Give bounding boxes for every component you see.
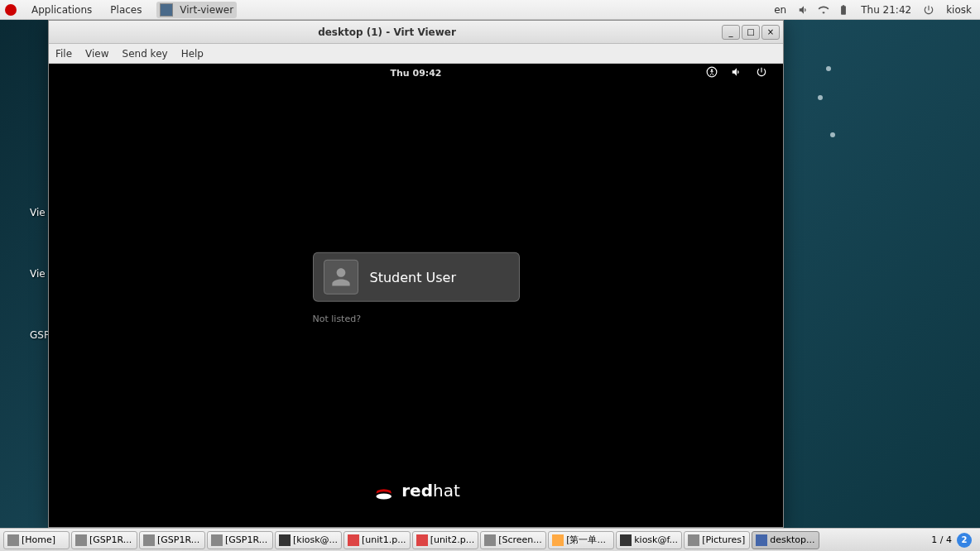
- wifi-icon[interactable]: [818, 4, 829, 16]
- guest-clock[interactable]: Thu 09:42: [390, 68, 441, 79]
- svg-point-1: [711, 69, 713, 71]
- places-menu[interactable]: Places: [107, 2, 145, 17]
- distro-logo-icon: [5, 4, 17, 16]
- keyboard-layout-indicator[interactable]: en: [771, 2, 790, 17]
- menu-sendkey[interactable]: Send key: [122, 48, 168, 60]
- app-icon: [160, 3, 173, 17]
- pdf-icon: [348, 534, 359, 546]
- terminal-icon: [279, 534, 291, 546]
- guest-power-icon[interactable]: [755, 65, 768, 79]
- desktop-icon-label[interactable]: Vie: [0, 268, 50, 280]
- applications-menu[interactable]: Applications: [28, 2, 95, 17]
- task-button[interactable]: [第一单...: [548, 531, 614, 549]
- close-button[interactable]: ×: [761, 25, 780, 40]
- task-button[interactable]: [GSP1R...: [207, 531, 273, 549]
- desktop-icon-label[interactable]: GSP: [0, 329, 50, 341]
- guest-top-bar: Thu 09:42: [49, 64, 783, 82]
- shutdown-icon[interactable]: [923, 4, 934, 16]
- active-app-menu[interactable]: Virt-viewer: [156, 2, 237, 18]
- image-icon: [484, 534, 496, 546]
- user-tile[interactable]: Student User: [313, 252, 520, 302]
- not-listed-link[interactable]: Not listed?: [313, 314, 520, 324]
- folder-icon: [75, 534, 87, 546]
- task-button[interactable]: kiosk@f...: [616, 531, 682, 549]
- active-app-label: Virt-viewer: [180, 3, 233, 15]
- redhat-fedora-icon: [372, 479, 395, 502]
- svg-point-2: [376, 494, 392, 500]
- desktop-icon-label[interactable]: Vie: [0, 207, 50, 218]
- gnome-top-panel: Applications Places Virt-viewer en Thu 2…: [0, 0, 980, 20]
- menu-help[interactable]: Help: [181, 48, 204, 60]
- redhat-brand-text: redhat: [401, 481, 460, 501]
- task-button[interactable]: [Home]: [3, 531, 70, 549]
- folder-icon: [143, 534, 155, 546]
- window-titlebar[interactable]: desktop (1) - Virt Viewer _ □ ×: [49, 21, 783, 44]
- wallpaper-decoration: [781, 50, 831, 165]
- workspace-badge: 2: [957, 533, 972, 548]
- maximize-button[interactable]: □: [742, 25, 760, 40]
- menu-file[interactable]: File: [55, 48, 72, 60]
- user-name-label: Student User: [370, 269, 457, 285]
- pdf-icon: [416, 534, 428, 546]
- terminal-icon: [620, 534, 632, 546]
- user-menu[interactable]: kiosk: [943, 2, 975, 17]
- folder-icon: [7, 534, 19, 546]
- task-button[interactable]: desktop...: [752, 531, 819, 549]
- task-button[interactable]: [unit1.p...: [343, 531, 411, 549]
- task-button[interactable]: [GSP1R...: [71, 531, 137, 549]
- desktop-icons: Vie Vie GSP: [0, 207, 50, 341]
- clock[interactable]: Thu 21:42: [858, 2, 915, 17]
- accessibility-icon[interactable]: [705, 65, 718, 79]
- virt-viewer-window: desktop (1) - Virt Viewer _ □ × File Vie…: [48, 20, 784, 528]
- menu-view[interactable]: View: [85, 48, 108, 60]
- window-title: desktop (1) - Virt Viewer: [52, 26, 722, 38]
- minimize-button[interactable]: _: [722, 25, 740, 40]
- avatar-icon: [324, 260, 358, 295]
- guest-volume-icon[interactable]: [730, 65, 743, 79]
- task-button[interactable]: [GSP1R...: [139, 531, 205, 549]
- folder-icon: [688, 534, 699, 546]
- editor-icon: [552, 534, 564, 546]
- task-button[interactable]: [Pictures]: [684, 531, 750, 549]
- task-button[interactable]: [kiosk@...: [275, 531, 342, 549]
- display-icon: [756, 534, 767, 546]
- bottom-taskbar: [Home] [GSP1R... [GSP1R... [GSP1R... [ki…: [0, 528, 980, 551]
- window-menubar: File View Send key Help: [49, 44, 783, 64]
- volume-icon[interactable]: [798, 4, 809, 16]
- workspace-switcher[interactable]: 1 / 4 2: [926, 533, 977, 548]
- login-area: Student User Not listed?: [313, 252, 520, 324]
- guest-display: Thu 09:42 Student User Not list: [49, 64, 783, 527]
- task-button[interactable]: [Screen...: [480, 531, 546, 549]
- task-button[interactable]: [unit2.p...: [412, 531, 479, 549]
- folder-icon: [211, 534, 223, 546]
- workspace-label: 1 / 4: [931, 534, 952, 545]
- battery-icon[interactable]: [838, 4, 849, 16]
- redhat-brand: redhat: [372, 479, 460, 502]
